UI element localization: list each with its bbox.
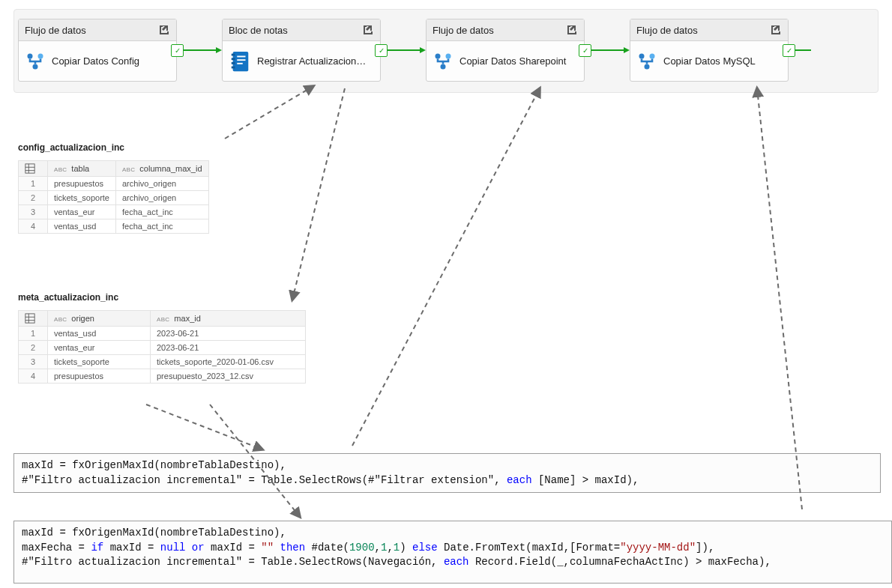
pipeline-row: Flujo de datos Copiar Datos Config ✓ Blo… bbox=[13, 9, 888, 91]
table-title: config_actualizacion_inc bbox=[18, 142, 209, 153]
column-header: ABCmax_id bbox=[151, 311, 306, 327]
svg-point-17 bbox=[441, 64, 446, 69]
svg-rect-8 bbox=[232, 61, 235, 64]
svg-rect-11 bbox=[237, 59, 245, 61]
table-icon-header bbox=[19, 311, 48, 327]
svg-point-16 bbox=[446, 53, 451, 58]
node-title: Copiar Datos Config bbox=[52, 55, 139, 67]
code-snippet-mysql: maxId = fxOrigenMaxId(nombreTablaDestino… bbox=[13, 521, 892, 584]
pipeline-node-registrar-actualizacion[interactable]: Bloc de notas Registrar Actualizacion… bbox=[222, 19, 381, 82]
pipeline-node-copiar-datos-config[interactable]: Flujo de datos Copiar Datos Config bbox=[18, 19, 177, 82]
svg-point-20 bbox=[639, 53, 645, 58]
open-external-icon[interactable] bbox=[158, 24, 170, 36]
connector-tail: ✓ bbox=[789, 49, 811, 51]
dataflow-icon bbox=[25, 51, 46, 72]
table-row: 4presupuestospresupuesto_2023_12.csv bbox=[19, 369, 306, 384]
column-header: ABCtabla bbox=[48, 161, 116, 177]
svg-point-15 bbox=[436, 53, 441, 58]
svg-point-1 bbox=[38, 53, 43, 58]
svg-point-0 bbox=[28, 53, 33, 58]
table-row: 3ventas_eurfecha_act_inc bbox=[19, 205, 209, 219]
table-title: meta_actualizacion_inc bbox=[18, 292, 306, 303]
svg-rect-6 bbox=[232, 53, 235, 55]
table-row: 2ventas_eur2023-06-21 bbox=[19, 341, 306, 355]
table-row: 1presupuestosarchivo_origen bbox=[19, 177, 209, 191]
success-tick-icon: ✓ bbox=[579, 44, 591, 57]
svg-point-2 bbox=[33, 64, 38, 69]
svg-rect-28 bbox=[25, 314, 34, 323]
svg-rect-10 bbox=[237, 55, 245, 57]
open-external-icon[interactable] bbox=[770, 24, 782, 36]
column-header: ABCcolumna_max_id bbox=[115, 161, 208, 177]
open-external-icon[interactable] bbox=[566, 24, 578, 36]
data-grid: ABCorigen ABCmax_id 1ventas_usd2023-06-2… bbox=[18, 310, 306, 384]
svg-rect-24 bbox=[25, 164, 34, 173]
node-type-label: Flujo de datos bbox=[636, 25, 698, 36]
table-row: 2tickets_soportearchivo_origen bbox=[19, 191, 209, 205]
dataflow-icon bbox=[636, 51, 657, 72]
table-meta-actualizacion-inc: meta_actualizacion_inc ABCorigen ABCmax_… bbox=[18, 292, 306, 384]
success-tick-icon: ✓ bbox=[171, 44, 184, 57]
svg-point-21 bbox=[650, 53, 655, 58]
connector: ✓ bbox=[381, 49, 426, 51]
node-title: Registrar Actualizacion… bbox=[257, 55, 366, 67]
node-type-label: Flujo de datos bbox=[433, 25, 494, 36]
svg-rect-7 bbox=[232, 58, 235, 60]
node-title: Copiar Datos Sharepoint bbox=[459, 55, 566, 67]
connector: ✓ bbox=[585, 49, 630, 51]
svg-marker-14 bbox=[420, 47, 426, 53]
connector: ✓ bbox=[177, 49, 222, 51]
node-type-label: Bloc de notas bbox=[229, 25, 288, 36]
svg-rect-5 bbox=[233, 51, 249, 70]
success-tick-icon: ✓ bbox=[783, 44, 795, 57]
dataflow-icon bbox=[433, 51, 453, 72]
table-row: 1ventas_usd2023-06-21 bbox=[19, 327, 306, 341]
data-grid: ABCtabla ABCcolumna_max_id 1presupuestos… bbox=[18, 160, 209, 234]
table-row: 4ventas_usdfecha_act_inc bbox=[19, 219, 209, 234]
svg-point-22 bbox=[645, 64, 650, 69]
pipeline-node-copiar-datos-mysql[interactable]: Flujo de datos Copiar Datos MySQL bbox=[630, 19, 789, 82]
svg-marker-4 bbox=[216, 47, 222, 53]
code-snippet-sharepoint: maxId = fxOrigenMaxId(nombreTablaDestino… bbox=[13, 453, 881, 493]
node-title: Copiar Datos MySQL bbox=[663, 55, 756, 67]
table-row: 3tickets_soportetickets_soporte_2020-01-… bbox=[19, 355, 306, 369]
node-type-label: Flujo de datos bbox=[25, 25, 86, 36]
pipeline-node-copiar-datos-sharepoint[interactable]: Flujo de datos Copiar Datos Sharepoint bbox=[426, 19, 585, 82]
svg-rect-12 bbox=[237, 62, 243, 64]
open-external-icon[interactable] bbox=[362, 24, 374, 36]
svg-marker-19 bbox=[624, 47, 630, 53]
table-icon-header bbox=[19, 161, 48, 177]
success-tick-icon: ✓ bbox=[375, 44, 388, 57]
notebook-icon bbox=[229, 50, 251, 73]
column-header: ABCorigen bbox=[48, 311, 151, 327]
svg-rect-9 bbox=[232, 66, 235, 68]
table-config-actualizacion-inc: config_actualizacion_inc ABCtabla ABCcol… bbox=[18, 142, 209, 234]
